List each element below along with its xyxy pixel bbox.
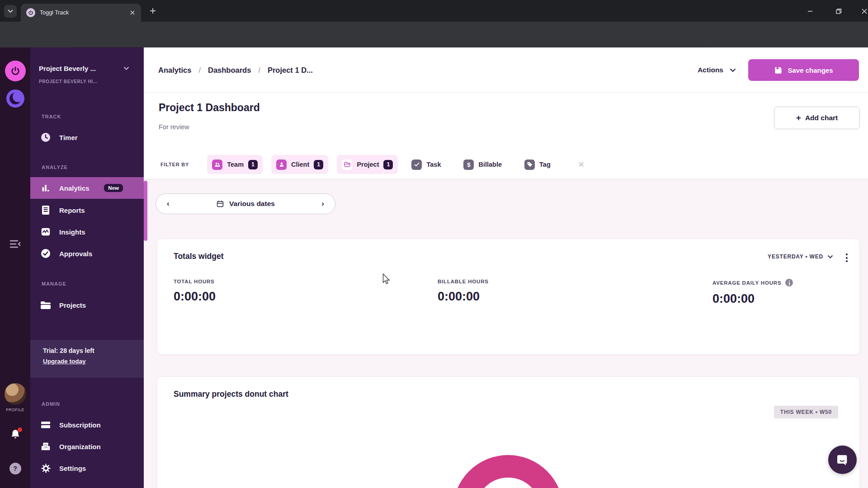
sidebar-item-reports[interactable]: Reports [30,199,144,221]
sidebar-item-projects[interactable]: Projects [30,294,144,316]
notification-dot [18,427,22,432]
upgrade-link[interactable]: Upgrade today [43,358,86,365]
dollar-icon: $ [463,160,474,170]
filter-chip-client[interactable]: Client 1 [271,155,328,174]
browser-tab[interactable]: Toggl Track [21,4,141,22]
sidebar-item-approvals[interactable]: Approvals [30,243,144,264]
tab-search-button[interactable] [4,5,17,18]
chevron-down-icon [730,68,736,72]
team-icon [212,160,222,170]
filter-chip-task[interactable]: Task [406,155,446,174]
chip-count-badge: 1 [248,160,258,169]
actions-label: Actions [698,66,723,74]
avatar [5,383,26,405]
breadcrumb-current[interactable]: Project 1 D... [268,66,313,75]
breadcrumb-analytics[interactable]: Analytics [158,66,191,75]
section-label-analyze: ANALYZE [42,164,68,170]
new-badge: New [104,184,123,192]
sidebar-item-insights[interactable]: Insights [30,221,144,243]
clear-filters-icon[interactable]: ✕ [578,160,585,169]
chip-label: Client [291,161,309,168]
sidebar-item-label: Organization [59,443,101,450]
date-range-value[interactable]: Various dates [216,200,275,208]
browser-tabstrip: Toggl Track [0,0,868,22]
breadcrumb-bar: Analytics / Dashboards / Project 1 D... … [144,47,868,93]
sidebar-item-timer[interactable]: Timer [30,127,144,148]
sidebar-item-subscription[interactable]: Subscription [30,414,144,436]
sidebar-item-organization[interactable]: Organization [30,436,144,457]
page-header: Analytics / Dashboards / Project 1 D... … [144,47,868,179]
profile-avatar[interactable] [0,383,30,405]
breadcrumb-separator: / [258,66,260,75]
toggl-track-app-button[interactable] [0,61,30,81]
prev-period-icon[interactable]: ‹ [167,199,170,208]
workspace-name: Project Beverly ... [39,65,96,72]
metric-billable-hours: BILLABLE HOURS 0:00:00 [438,279,489,304]
save-changes-button[interactable]: Save changes [748,59,859,81]
window-restore-button[interactable] [830,5,848,18]
collapse-sidebar-icon [9,239,21,249]
sidebar-item-label: Settings [59,465,86,472]
filter-chip-tag[interactable]: Tag [519,155,556,174]
breadcrumb-separator: / [198,66,201,75]
question-icon: ? [9,463,21,474]
metric-value: 0:00:00 [174,290,216,304]
collapse-sidebar-button[interactable] [0,239,30,249]
save-label: Save changes [788,66,833,74]
sidebar-item-label: Subscription [59,421,101,429]
profile-label: PROFILE [0,408,30,412]
metric-value: 0:00:00 [712,292,793,306]
actions-dropdown[interactable]: Actions [698,47,736,93]
filter-chip-project[interactable]: Project 1 [337,155,398,174]
toggl-plan-app-button[interactable] [0,89,30,108]
notifications-button[interactable] [0,428,30,442]
page-title: Project 1 Dashboard [159,102,260,114]
sidebar-item-settings[interactable]: Settings [30,457,144,479]
chip-label: Team [227,161,244,168]
mouse-cursor [381,273,392,285]
chevron-down-icon [123,66,129,70]
sidebar-scrollbar-thumb[interactable] [144,181,147,241]
chip-count-badge: 1 [314,160,323,169]
sidebar-item-label: Timer [59,134,78,141]
task-checkbox-icon [411,160,422,170]
window-minimize-button[interactable] [801,5,819,18]
tab-close-icon[interactable] [129,9,136,16]
sidebar-item-label: Reports [59,206,85,214]
bell-icon [9,428,21,442]
workspace-switcher[interactable]: Project Beverly ... [39,65,129,72]
help-button[interactable]: ? [0,463,30,474]
filter-chip-team[interactable]: Team 1 [207,155,263,174]
next-period-icon[interactable]: › [321,199,324,208]
sidebar: Project Beverly ... PROJECT BEVERLY HI..… [30,47,144,488]
donut-widget-title: Summary projects donut chart [174,389,288,399]
section-label-track: TRACK [42,114,61,119]
metric-value: 0:00:00 [438,290,489,304]
breadcrumb-dashboards[interactable]: Dashboards [208,66,251,75]
check-circle-icon [40,248,51,259]
workspace-subtitle: PROJECT BEVERLY HI... [39,79,98,84]
plus-icon: + [796,113,801,123]
chat-launcher-button[interactable] [828,446,857,474]
chip-count-badge: 1 [383,160,393,169]
donut-chart[interactable] [453,455,563,488]
filter-chip-billable[interactable]: $ Billable [458,155,507,174]
date-range-picker[interactable]: ‹ Various dates › [156,193,335,214]
sidebar-item-analytics[interactable]: Analytics New [30,177,144,199]
save-floppy-icon [774,66,783,75]
sidebar-item-label: Analytics [59,184,90,192]
main-content: Analytics / Dashboards / Project 1 D... … [144,47,868,488]
totals-period-dropdown[interactable]: YESTERDAY • WED [768,253,833,260]
totals-widget-title: Totals widget [174,252,224,261]
section-label-admin: ADMIN [42,401,60,407]
sidebar-item-label: Approvals [59,250,92,258]
add-chart-button[interactable]: + Add chart [774,107,860,129]
window-close-button[interactable] [855,5,868,18]
new-tab-button[interactable] [147,5,158,16]
totals-menu-icon[interactable] [844,252,849,264]
folder-icon [40,300,51,310]
info-icon[interactable] [785,279,793,286]
building-icon [40,441,51,452]
donut-widget-card: Summary projects donut chart THIS WEEK •… [157,376,860,488]
gear-icon [40,463,51,474]
